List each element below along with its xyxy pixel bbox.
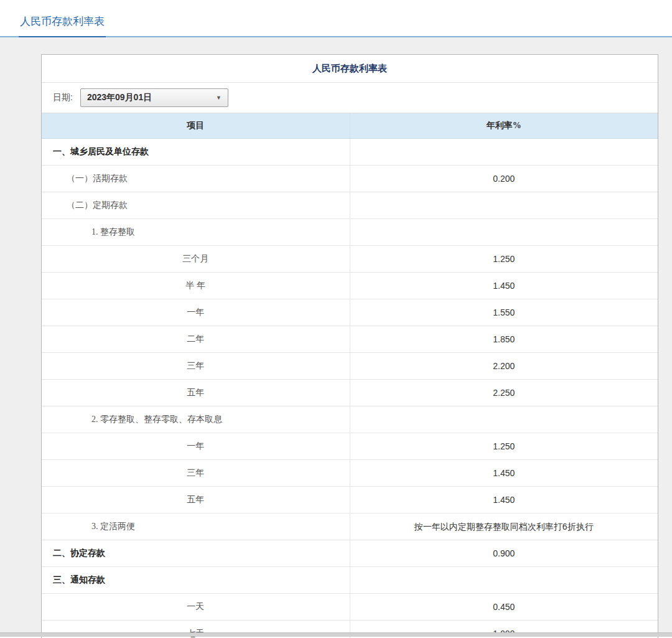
page: 人民币存款利率表 人民币存款利率表 日期: 2023年09月01日 ▼ 项目 年… [0,0,672,638]
item-cell: 1. 整存整取 [42,219,350,246]
column-header-rate: 年利率% [350,113,658,139]
item-cell: 一年 [42,433,350,460]
rate-cell: 1.550 [350,299,658,326]
item-cell: 一、城乡居民及单位存款 [42,139,350,166]
table-row: 五年2.250 [42,380,658,406]
rate-cell: 1.250 [350,433,658,460]
table-row: 五年1.450 [42,487,658,514]
item-cell: 三年 [42,353,350,380]
rate-cell: 按一年以内定期整存整取同档次利率打6折执行 [350,514,658,540]
item-cell: 3. 定活两便 [42,514,350,540]
table-row: 1. 整存整取 [42,219,658,246]
item-cell: 二、协定存款 [42,540,350,567]
table-row: 二、协定存款0.900 [42,540,658,567]
rate-table: 项目 年利率% 一、城乡居民及单位存款（一）活期存款0.200（二）定期存款1.… [42,113,658,638]
table-row: 三个月1.250 [42,246,658,273]
rate-cell [350,406,658,433]
rate-cell: 0.450 [350,594,658,621]
table-row: 半 年1.450 [42,273,658,299]
rate-cell: 1.450 [350,460,658,487]
date-label: 日期: [53,92,73,103]
bottom-edge [0,632,672,637]
rate-cell: 1.850 [350,326,658,353]
date-dropdown-value: 2023年09月01日 [87,92,212,103]
table-row: （二）定期存款 [42,192,658,219]
rate-cell: 1.450 [350,273,658,299]
table-row: 2. 零存整取、整存零取、存本取息 [42,406,658,433]
item-cell: 二年 [42,326,350,353]
table-row: 3. 定活两便按一年以内定期整存整取同档次利率打6折执行 [42,514,658,540]
page-header: 人民币存款利率表 [0,0,672,37]
table-row: 一年1.550 [42,299,658,326]
rate-cell: 2.200 [350,353,658,380]
item-cell: 三、通知存款 [42,567,350,594]
table-header-row: 项目 年利率% [42,113,658,139]
item-cell: 一年 [42,299,350,326]
chevron-down-icon: ▼ [212,95,222,101]
rate-cell: 2.250 [350,380,658,406]
tab-deposit-rates[interactable]: 人民币存款利率表 [19,14,106,37]
item-cell: 五年 [42,380,350,406]
rate-cell: 1.250 [350,246,658,273]
rate-table-panel: 人民币存款利率表 日期: 2023年09月01日 ▼ 项目 年利率% 一、城乡居… [41,54,658,638]
date-row: 日期: 2023年09月01日 ▼ [42,83,658,113]
item-cell: 半 年 [42,273,350,299]
item-cell: 五年 [42,487,350,514]
date-dropdown[interactable]: 2023年09月01日 ▼ [80,88,228,107]
table-row: 一年1.250 [42,433,658,460]
rate-cell: 0.900 [350,540,658,567]
table-row: 三、通知存款 [42,567,658,594]
table-row: （一）活期存款0.200 [42,166,658,192]
table-row: 三年2.200 [42,353,658,380]
table-row: 二年1.850 [42,326,658,353]
table-row: 一天0.450 [42,594,658,621]
item-cell: 三个月 [42,246,350,273]
column-header-item: 项目 [42,113,350,139]
item-cell: 三年 [42,460,350,487]
item-cell: （二）定期存款 [42,192,350,219]
table-title: 人民币存款利率表 [42,55,658,83]
rate-cell [350,219,658,246]
rate-cell: 0.200 [350,166,658,192]
rate-cell [350,139,658,166]
rate-cell: 1.450 [350,487,658,514]
table-row: 一、城乡居民及单位存款 [42,139,658,166]
rate-cell [350,192,658,219]
item-cell: 2. 零存整取、整存零取、存本取息 [42,406,350,433]
item-cell: （一）活期存款 [42,166,350,192]
item-cell: 一天 [42,594,350,621]
rate-cell [350,567,658,594]
table-row: 三年1.450 [42,460,658,487]
content-area: 人民币存款利率表 日期: 2023年09月01日 ▼ 项目 年利率% 一、城乡居… [0,37,672,637]
rate-table-body: 一、城乡居民及单位存款（一）活期存款0.200（二）定期存款1. 整存整取三个月… [42,139,658,638]
